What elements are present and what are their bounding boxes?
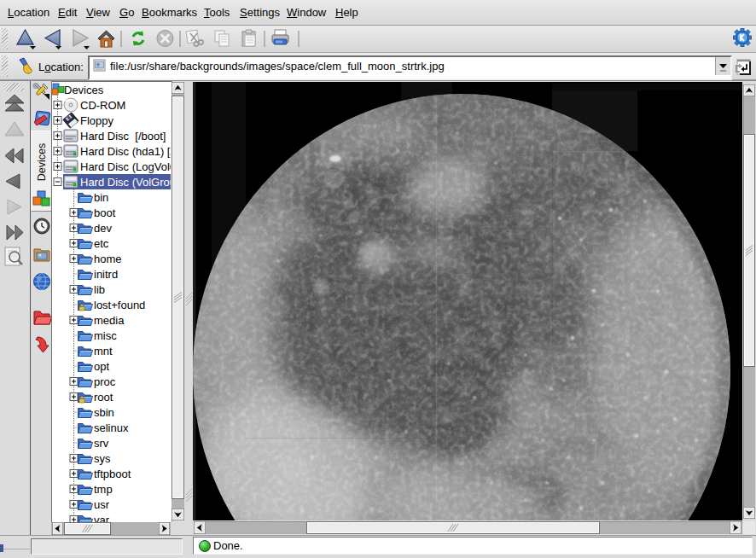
svg-text:root: root xyxy=(94,391,113,404)
svg-text:home: home xyxy=(94,253,122,265)
svg-text:selinux: selinux xyxy=(94,421,129,434)
svg-text:Hard Disc (LogVol0: Hard Disc (LogVol0 xyxy=(80,160,171,173)
svg-text:boot: boot xyxy=(94,206,116,219)
svg-text:initrd: initrd xyxy=(94,268,118,281)
svg-text:lost+found: lost+found xyxy=(94,299,145,311)
svg-text:var: var xyxy=(94,514,110,523)
svg-text:CD-ROM: CD-ROM xyxy=(80,99,125,112)
svg-text:lib: lib xyxy=(94,283,105,296)
svg-text:srv: srv xyxy=(94,437,109,450)
svg-text:sbin: sbin xyxy=(94,406,114,419)
svg-text:dev: dev xyxy=(94,222,112,235)
svg-text:sys: sys xyxy=(94,452,111,465)
svg-text:proc: proc xyxy=(94,375,116,388)
svg-text:Devices: Devices xyxy=(64,84,104,96)
svg-text:media: media xyxy=(94,314,125,327)
svg-text:mnt: mnt xyxy=(94,345,113,357)
svg-text:misc: misc xyxy=(94,329,117,342)
svg-text:opt: opt xyxy=(94,360,109,373)
svg-text:usr: usr xyxy=(94,498,110,511)
svg-text:Floppy: Floppy xyxy=(80,114,114,127)
svg-text:tftpboot: tftpboot xyxy=(94,468,131,480)
svg-text:etc: etc xyxy=(94,237,109,250)
svg-text:Hard Disc (hda1) [/: Hard Disc (hda1) [/ xyxy=(80,145,171,158)
svg-text:Hard Disc [/boot]: Hard Disc [/boot] xyxy=(80,130,166,142)
svg-text:tmp: tmp xyxy=(94,483,113,496)
svg-text:Hard Disc (VolGrou: Hard Disc (VolGrou xyxy=(80,176,171,189)
svg-text:bin: bin xyxy=(94,191,108,204)
